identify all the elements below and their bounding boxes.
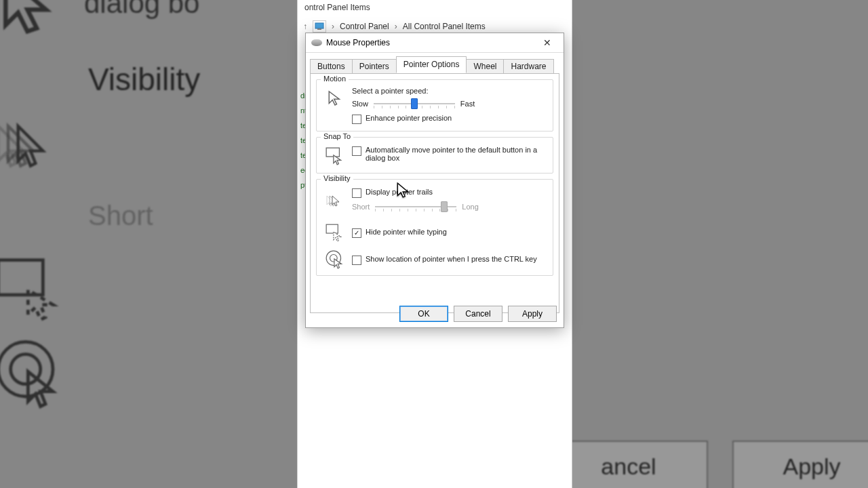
- enhance-precision-checkbox[interactable]: Enhance pointer precision: [352, 114, 546, 124]
- dialog-titlebar[interactable]: Mouse Properties ✕: [306, 33, 564, 53]
- ctrl-locate-checkbox[interactable]: Show location of pointer when I press th…: [352, 255, 546, 265]
- breadcrumb-sep-0: ›: [332, 22, 334, 31]
- ctrl-locate-label: Show location of pointer when I press th…: [366, 255, 537, 263]
- long-label: Long: [462, 203, 478, 211]
- breadcrumb-control-panel[interactable]: Control Panel: [340, 22, 389, 31]
- tab-pointer-options[interactable]: Pointer Options: [396, 56, 467, 73]
- breadcrumb[interactable]: ↑ › Control Panel › All Control Panel It…: [303, 19, 566, 34]
- tab-wheel[interactable]: Wheel: [466, 59, 504, 74]
- breadcrumb-cp-icon[interactable]: [313, 20, 326, 33]
- pointer-trails-label: Display pointer trails: [366, 188, 433, 196]
- hide-typing-large-icon: [0, 257, 68, 318]
- dialog-buttons-row: OK Cancel Apply: [399, 306, 557, 322]
- ok-button[interactable]: OK: [399, 306, 448, 322]
- breadcrumb-all-items[interactable]: All Control Panel Items: [403, 22, 486, 31]
- svg-rect-4: [317, 28, 321, 30]
- bg-cancel-button: ancel: [549, 441, 708, 488]
- svg-rect-0: [0, 260, 43, 295]
- bg-dialog-box-text: dialog bo: [84, 0, 199, 20]
- pointer-speed-icon: [323, 87, 347, 110]
- explorer-title-fragment: ontrol Panel Items: [304, 3, 370, 12]
- short-label: Short: [352, 203, 370, 211]
- hide-while-typing-icon: [323, 221, 347, 244]
- snap-to-checkbox[interactable]: Automatically move pointer to the defaul…: [352, 146, 546, 162]
- breadcrumb-up-icon[interactable]: ↑: [303, 22, 307, 31]
- ctrl-locate-icon: [323, 248, 347, 271]
- close-button[interactable]: ✕: [535, 35, 559, 50]
- svg-rect-3: [315, 23, 323, 28]
- group-visibility-legend: Visibility: [321, 174, 353, 182]
- group-motion: Motion Select a pointer speed: Slow Fas: [316, 79, 553, 131]
- select-pointer-speed-label: Select a pointer speed:: [352, 87, 546, 95]
- tab-pointers[interactable]: Pointers: [352, 59, 397, 74]
- slow-label: Slow: [352, 100, 368, 108]
- snap-to-icon: [323, 144, 347, 167]
- group-snap-to-legend: Snap To: [321, 132, 353, 140]
- svg-rect-6: [326, 224, 338, 233]
- group-snap-to: Snap To Automatically move pointer to th…: [316, 137, 553, 174]
- pointer-speed-slider[interactable]: [374, 98, 455, 110]
- mouse-properties-dialog: Mouse Properties ✕ Buttons Pointers Poin…: [305, 33, 564, 328]
- group-motion-legend: Motion: [321, 75, 349, 83]
- mouse-titlebar-icon: [311, 39, 322, 46]
- enhance-precision-label: Enhance pointer precision: [366, 114, 452, 122]
- hide-while-typing-label: Hide pointer while typing: [366, 228, 447, 236]
- pointer-trails-checkbox[interactable]: Display pointer trails: [352, 188, 546, 198]
- svg-rect-5: [326, 148, 339, 157]
- pointer-trails-slider: [375, 201, 456, 213]
- bg-short-text: Short: [88, 201, 153, 231]
- hide-while-typing-checkbox[interactable]: Hide pointer while typing: [352, 228, 546, 238]
- pointer-trails-icon: [323, 190, 347, 214]
- cancel-button[interactable]: Cancel: [454, 306, 502, 322]
- tab-hardware[interactable]: Hardware: [503, 59, 553, 74]
- bg-apply-button: Apply: [732, 441, 868, 488]
- cursor-trails-large-icon: [0, 118, 68, 179]
- apply-button[interactable]: Apply: [508, 306, 557, 322]
- group-visibility: Visibility Display pointer trails: [316, 179, 553, 276]
- snap-to-label: Automatically move pointer to the defaul…: [366, 146, 546, 162]
- tab-page-pointer-options: Motion Select a pointer speed: Slow Fas: [310, 73, 559, 313]
- dialog-tabs: Buttons Pointers Pointer Options Wheel H…: [306, 53, 564, 73]
- breadcrumb-sep-1: ›: [395, 22, 397, 31]
- dialog-title: Mouse Properties: [326, 38, 535, 47]
- ctrl-locate-large-icon: [0, 344, 68, 405]
- fast-label: Fast: [460, 100, 475, 108]
- cursor-large-icon: [0, 0, 68, 34]
- tab-buttons[interactable]: Buttons: [310, 59, 353, 74]
